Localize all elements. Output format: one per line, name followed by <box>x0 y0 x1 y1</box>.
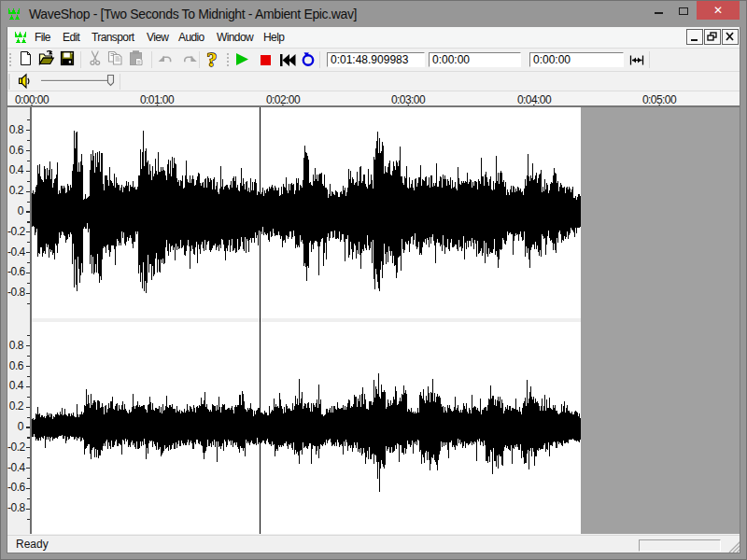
svg-text:?: ? <box>207 49 218 71</box>
